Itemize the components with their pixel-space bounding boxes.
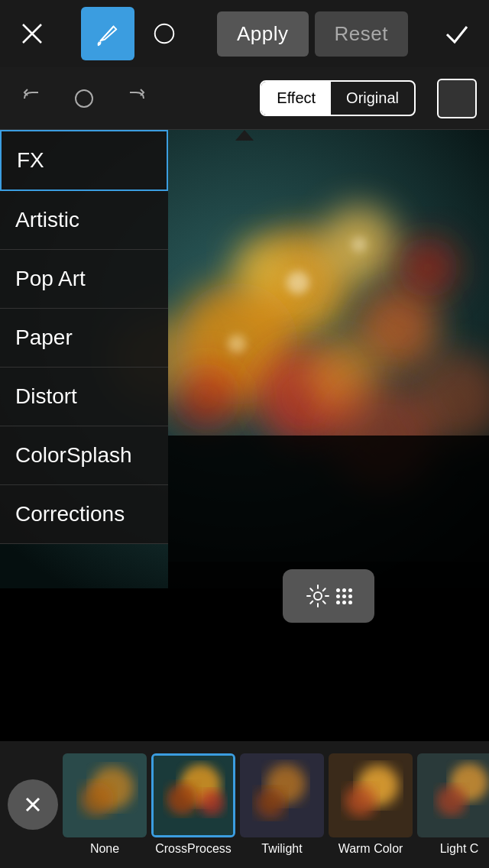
filter-crossprocess-label: CrossProcess [155, 842, 232, 856]
filmstrip: None CrossProcess Twilight [0, 741, 489, 868]
filter-twilight-label: Twilight [261, 842, 302, 856]
top-toolbar: Apply Reset [0, 0, 489, 67]
filter-none-label: None [90, 842, 119, 856]
filter-lightc-thumb[interactable] [417, 753, 489, 837]
menu-item-distort[interactable]: Distort [0, 368, 168, 426]
filter-crossprocess[interactable]: CrossProcess [151, 753, 235, 856]
effect-toggle-original[interactable]: Original [331, 82, 414, 115]
circle-tool-button[interactable] [138, 7, 191, 60]
side-menu: FX Artistic Pop Art Paper Distort ColorS… [0, 130, 168, 544]
svg-point-19 [228, 335, 246, 353]
tool-selector [81, 7, 191, 60]
filter-warmcolor[interactable]: Warm Color [329, 753, 413, 856]
filter-twilight[interactable]: Twilight [240, 753, 324, 856]
filter-lightc-label: Light C [440, 842, 479, 856]
close-button[interactable] [9, 11, 55, 57]
filter-warmcolor-label: Warm Color [338, 842, 403, 856]
menu-item-fx[interactable]: FX [0, 130, 168, 191]
brush-tool-button[interactable] [81, 7, 134, 60]
undo-button[interactable] [12, 79, 52, 118]
svg-point-17 [287, 271, 309, 294]
menu-item-popart[interactable]: Pop Art [0, 250, 168, 309]
menu-item-colorsplash[interactable]: ColorSplash [0, 426, 168, 485]
filter-twilight-thumb[interactable] [240, 753, 324, 837]
svg-point-36 [345, 785, 377, 817]
filmstrip-close-button[interactable] [8, 779, 58, 830]
filter-none-thumb[interactable] [63, 753, 147, 837]
menu-item-corrections[interactable]: Corrections [0, 485, 168, 544]
menu-item-artistic[interactable]: Artistic [0, 191, 168, 250]
apply-button[interactable]: Apply [217, 11, 309, 57]
redo-button[interactable] [116, 79, 156, 118]
svg-point-3 [76, 90, 92, 107]
svg-point-26 [80, 782, 114, 816]
gear-overlay [168, 562, 489, 630]
effect-original-toggle: Effect Original [260, 80, 416, 116]
filter-lightc[interactable]: Light C [417, 753, 489, 856]
svg-point-33 [255, 788, 286, 818]
panel-indicator [235, 130, 254, 141]
preview-thumbnail[interactable] [437, 79, 477, 118]
svg-point-39 [436, 785, 467, 816]
svg-point-2 [155, 24, 174, 44]
grid-icon [336, 588, 352, 604]
svg-point-29 [167, 783, 199, 815]
filter-crossprocess-thumb[interactable] [151, 753, 235, 837]
effect-toggle-effect[interactable]: Effect [261, 82, 331, 115]
mask-circle-button[interactable] [64, 79, 104, 118]
svg-point-11 [397, 237, 458, 298]
svg-point-30 [199, 789, 225, 815]
reset-button[interactable]: Reset [315, 11, 408, 57]
svg-point-18 [351, 237, 367, 252]
secondary-toolbar: Effect Original [0, 67, 489, 130]
filter-warmcolor-thumb[interactable] [329, 753, 413, 837]
menu-item-paper[interactable]: Paper [0, 309, 168, 368]
settings-button[interactable] [283, 569, 374, 623]
svg-point-21 [314, 592, 322, 600]
svg-point-12 [233, 241, 287, 294]
filter-none[interactable]: None [63, 753, 147, 856]
confirm-button[interactable] [434, 11, 480, 57]
